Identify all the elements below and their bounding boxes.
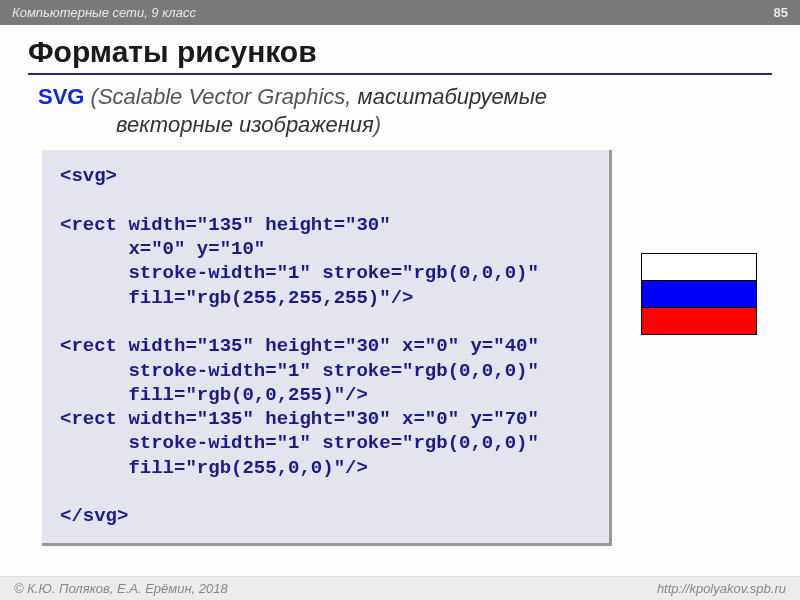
subtitle: SVG (Scalable Vector Graphics, масштабир…: [28, 83, 772, 138]
slide-content: Форматы рисунков SVG (Scalable Vector Gr…: [0, 25, 800, 546]
page-number: 85: [774, 5, 788, 20]
course-label: Компьютерные сети, 9 класс: [12, 5, 196, 20]
flag-stripe-blue: [641, 280, 756, 307]
flag-demo: [640, 252, 757, 335]
footer-bar: © К.Ю. Поляков, Е.А. Ерёмин, 2018 http:/…: [0, 576, 800, 600]
flag-stripe-white: [641, 253, 756, 280]
page-title: Форматы рисунков: [28, 35, 772, 75]
header-bar: Компьютерные сети, 9 класс 85: [0, 0, 800, 25]
svg-label: SVG: [38, 84, 84, 109]
paren-close: ): [374, 112, 381, 137]
svg-russian-2: векторные изображения: [116, 112, 374, 137]
body-row: <svg> <rect width="135" height="30" x="0…: [28, 150, 772, 546]
footer-url: http://kpolyakov.spb.ru: [657, 581, 786, 596]
code-block: <svg> <rect width="135" height="30" x="0…: [42, 150, 612, 546]
flag-svg: [640, 252, 757, 335]
footer-author: © К.Ю. Поляков, Е.А. Ерёмин, 2018: [14, 581, 228, 596]
svg-english: Scalable Vector Graphics,: [98, 84, 352, 109]
svg-russian-1: масштабируемые: [358, 84, 548, 109]
code-text: <svg> <rect width="135" height="30" x="0…: [60, 164, 591, 529]
paren-open: (: [91, 84, 98, 109]
flag-stripe-red: [641, 307, 756, 334]
